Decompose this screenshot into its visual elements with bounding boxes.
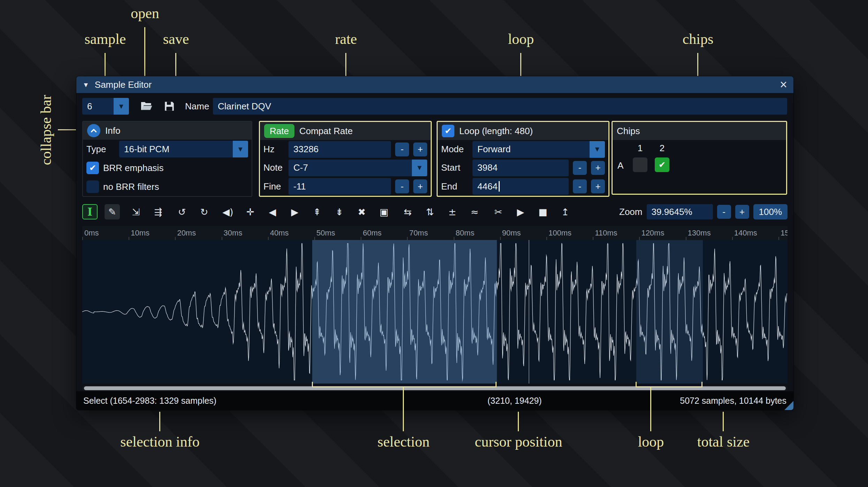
sample-name-input[interactable]: Clarinet DQV xyxy=(213,98,787,115)
annotation-selection-info: selection info xyxy=(120,433,199,450)
fine-label: Fine xyxy=(263,181,284,192)
fine-decrease-button[interactable]: - xyxy=(395,179,409,193)
loop-start-label: Start xyxy=(441,162,468,173)
type-label: Type xyxy=(86,144,115,155)
create-wavetable-icon[interactable]: ↥ xyxy=(558,204,573,219)
normalize-icon[interactable]: ✛ xyxy=(243,204,258,219)
window-titlebar[interactable]: ▼ Sample Editor × xyxy=(76,76,793,93)
hz-decrease-button[interactable]: - xyxy=(395,142,409,156)
zoom-out-button[interactable]: - xyxy=(717,205,731,219)
waveform-area[interactable] xyxy=(82,240,788,384)
trim-icon[interactable]: ▣ xyxy=(376,204,392,219)
chips-grid: 1 2 A ✔ xyxy=(613,140,786,194)
chevron-down-icon[interactable]: ▼ xyxy=(412,160,427,176)
ruler-tick xyxy=(546,237,547,240)
loop-start-input[interactable]: 3984 xyxy=(473,160,569,176)
check-icon: ✔ xyxy=(659,161,666,169)
zoom-in-button[interactable]: + xyxy=(735,205,749,219)
sign-invert-icon[interactable]: ± xyxy=(445,204,460,219)
no-brr-filters-checkbox[interactable] xyxy=(86,180,99,193)
name-label: Name xyxy=(185,98,209,115)
brr-emphasis-checkbox[interactable]: ✔ xyxy=(86,162,99,174)
amplify-icon[interactable]: ◀) xyxy=(220,204,236,219)
chip-column-2-label: 2 xyxy=(655,143,669,154)
loop-end-decrease-button[interactable]: - xyxy=(573,179,587,193)
fine-increase-button[interactable]: + xyxy=(413,179,427,193)
save-sample-button[interactable] xyxy=(161,98,177,114)
zoom-input[interactable]: 39.9645% xyxy=(647,204,713,219)
window-close-button[interactable]: × xyxy=(780,78,787,91)
fade-in-icon[interactable]: ◀ xyxy=(265,204,280,219)
redo-icon[interactable]: ↻ xyxy=(197,204,212,219)
cursor-position-text: (3210, 19429) xyxy=(487,396,542,406)
note-select[interactable]: C-7 ▼ xyxy=(289,160,427,176)
edit-mode-select-icon[interactable]: I xyxy=(82,204,98,219)
hz-increase-button[interactable]: + xyxy=(413,142,427,156)
resample-icon[interactable]: ⇶ xyxy=(151,204,166,219)
loop-end-input[interactable]: 4464 xyxy=(473,178,569,195)
chips-panel-header: Chips xyxy=(613,122,786,140)
invert-icon[interactable]: ⇅ xyxy=(422,204,438,219)
ruler-tick xyxy=(686,237,686,240)
chevron-down-icon[interactable]: ▼ xyxy=(114,98,129,115)
timeline-ruler: 0ms10ms20ms30ms40ms50ms60ms70ms80ms90ms1… xyxy=(82,226,788,240)
annotation-selection: selection xyxy=(377,433,429,450)
rate-button[interactable]: Rate xyxy=(264,124,294,138)
annotation-line-loop-bottom xyxy=(650,387,651,431)
loop-region[interactable] xyxy=(636,240,703,384)
chevron-down-icon[interactable]: ▼ xyxy=(233,141,248,157)
zoom-reset-button[interactable]: 100% xyxy=(753,204,788,219)
crossfade-icon[interactable]: ✂ xyxy=(491,204,506,219)
fine-input[interactable]: -11 xyxy=(289,178,391,195)
filter-icon[interactable]: ≈ xyxy=(467,204,482,219)
delete-icon[interactable]: ✖ xyxy=(354,204,369,219)
ruler-tick xyxy=(314,237,315,240)
annotation-selection-bracket xyxy=(312,382,497,387)
hz-input[interactable]: 33286 xyxy=(289,141,391,158)
chip-1-checkbox[interactable] xyxy=(633,157,647,172)
open-sample-button[interactable] xyxy=(138,98,154,114)
edit-mode-draw-icon[interactable]: ✎ xyxy=(105,204,120,219)
ruler-label: 80ms xyxy=(456,229,475,238)
text-cursor xyxy=(499,181,500,192)
ruler-label: 50ms xyxy=(316,229,335,238)
annotation-total-size: total size xyxy=(697,433,750,450)
chevron-up-icon xyxy=(89,126,98,135)
window-resize-grip[interactable] xyxy=(784,401,793,410)
insert-silence-icon[interactable]: ⇞ xyxy=(309,204,325,219)
loop-enable-checkbox[interactable]: ✔ xyxy=(442,125,454,137)
no-brr-filters-row: no BRR filters xyxy=(83,177,252,196)
preview-icon[interactable]: ▶ xyxy=(513,204,528,219)
chevron-down-icon[interactable]: ▼ xyxy=(590,141,605,158)
chips-panel: Chips 1 2 A ✔ xyxy=(612,121,787,195)
undo-icon[interactable]: ↺ xyxy=(174,204,190,219)
annotation-open: open xyxy=(131,5,159,22)
fade-out-icon[interactable]: ▶ xyxy=(287,204,302,219)
reverse-icon[interactable]: ⇆ xyxy=(400,204,415,219)
total-size-text: 5072 samples, 10144 bytes xyxy=(680,396,786,406)
folder-open-icon xyxy=(140,100,153,113)
chips-panel-title: Chips xyxy=(617,126,640,137)
sample-type-select[interactable]: 16-bit PCM ▼ xyxy=(119,141,248,157)
stop-preview-icon[interactable]: ■ xyxy=(535,204,551,219)
resize-icon[interactable]: ⇲ xyxy=(128,204,144,219)
sample-number-select[interactable]: 6 ▼ xyxy=(82,98,129,115)
sample-number-value: 6 xyxy=(82,101,114,112)
check-icon: ✔ xyxy=(445,127,452,135)
loop-end-value: 4464 xyxy=(477,181,498,192)
collapse-info-button[interactable] xyxy=(87,124,100,137)
loop-start-increase-button[interactable]: + xyxy=(591,161,605,175)
loop-end-increase-button[interactable]: + xyxy=(591,179,605,193)
loop-mode-select[interactable]: Forward ▼ xyxy=(473,141,605,158)
window-collapse-icon[interactable]: ▼ xyxy=(83,82,89,88)
selection-region[interactable] xyxy=(312,240,497,384)
chip-2-checkbox[interactable]: ✔ xyxy=(655,157,669,172)
loop-start-decrease-button[interactable]: - xyxy=(573,161,587,175)
info-panel-header[interactable]: Info xyxy=(83,122,252,140)
annotation-loop-bottom: loop xyxy=(638,433,664,450)
ruler-tick xyxy=(268,237,269,240)
apply-silence-icon[interactable]: ⇟ xyxy=(332,204,347,219)
ruler-tick xyxy=(175,237,176,240)
ruler-label: 10ms xyxy=(131,229,149,238)
fine-row: Fine -11 - + xyxy=(260,177,431,196)
